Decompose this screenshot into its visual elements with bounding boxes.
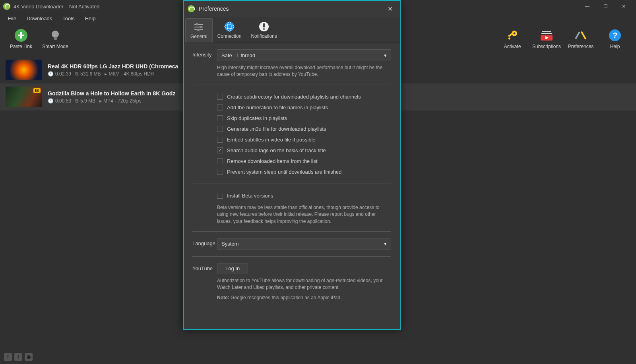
instagram-icon[interactable]: ◉ xyxy=(25,353,33,361)
preferences-label: Preferences xyxy=(568,44,594,49)
svg-point-20 xyxy=(200,26,202,28)
key-icon xyxy=(506,29,519,42)
check-embed-subtitles[interactable]: Embed subtitles in video file if possibl… xyxy=(217,134,391,145)
check-label: Create subdirectory for downloaded playl… xyxy=(227,94,361,100)
svg-point-18 xyxy=(196,23,198,25)
intensity-select[interactable]: Safe · 1 thread ▾ xyxy=(217,49,391,61)
globe-icon xyxy=(223,21,235,33)
menu-downloads[interactable]: Downloads xyxy=(23,14,56,23)
beta-hint: Beta versions may be less stable than of… xyxy=(217,204,391,225)
note-text: Google recognizes this application as an… xyxy=(231,295,342,300)
twitter-icon[interactable]: t xyxy=(14,353,22,361)
check-label: Install Beta versions xyxy=(227,193,273,199)
clock-icon: 🕒 0:00:53 xyxy=(48,98,71,104)
sliders-icon xyxy=(193,21,205,33)
svg-rect-4 xyxy=(54,37,57,40)
svg-text:?: ? xyxy=(613,31,617,40)
tab-notifications[interactable]: Notifications xyxy=(246,18,281,43)
prefs-body: Intensity Safe · 1 thread ▾ High intensi… xyxy=(184,43,400,329)
svg-rect-27 xyxy=(263,23,265,27)
tools-icon xyxy=(574,29,588,42)
close-button[interactable]: ✕ xyxy=(615,0,633,13)
check-skip-duplicates[interactable]: Skip duplicates in playlists xyxy=(217,113,391,124)
dialog-close-button[interactable]: ✕ xyxy=(384,4,396,14)
facebook-icon[interactable]: f xyxy=(4,353,12,361)
tab-label: Notifications xyxy=(251,33,277,39)
svg-point-22 xyxy=(197,29,200,31)
tab-label: Connection xyxy=(217,33,242,39)
svg-rect-14 xyxy=(581,31,586,39)
check-beta[interactable]: Install Beta versions xyxy=(217,190,391,201)
dialog-title: Preferences xyxy=(199,6,229,12)
preferences-button[interactable]: Preferences xyxy=(564,25,598,53)
smart-mode-button[interactable]: Smart Mode xyxy=(38,25,72,53)
help-label: Help xyxy=(610,44,620,49)
badge-8k: 8K xyxy=(33,88,41,93)
divider xyxy=(192,231,391,232)
chevron-down-icon: ▾ xyxy=(384,241,387,247)
activate-button[interactable]: Activate xyxy=(495,25,529,53)
svg-rect-2 xyxy=(18,35,24,36)
activate-label: Activate xyxy=(504,44,521,49)
app-icon xyxy=(3,3,10,10)
footer-social: f t ◉ xyxy=(4,353,33,361)
duration: 0:02:39 xyxy=(55,71,71,77)
tab-general[interactable]: General xyxy=(185,18,213,43)
checkbox-icon xyxy=(217,115,223,121)
alert-icon xyxy=(258,21,270,33)
minimize-button[interactable]: — xyxy=(578,0,596,13)
language-value: System xyxy=(221,241,238,247)
check-remove-items[interactable]: Remove downloaded items from the list xyxy=(217,156,391,167)
intensity-label: Intensity xyxy=(192,49,217,58)
menu-file[interactable]: File xyxy=(4,14,20,23)
size-icon: ⧉ 531.6 MB xyxy=(75,71,101,77)
checkbox-icon xyxy=(217,169,223,175)
svg-point-28 xyxy=(263,28,265,30)
plus-icon xyxy=(14,29,28,42)
check-label: Add the numeration to file names in play… xyxy=(227,105,328,110)
tab-connection[interactable]: Connection xyxy=(213,18,246,43)
bulb-icon xyxy=(48,29,62,42)
youtube-note: Note: Google recognizes this application… xyxy=(217,294,391,301)
menu-tools[interactable]: Tools xyxy=(58,14,78,23)
check-prevent-sleep[interactable]: Prevent system sleep until downloads are… xyxy=(217,167,391,177)
youtube-login-button[interactable]: Log In xyxy=(217,263,248,274)
menu-help[interactable]: Help xyxy=(81,14,100,23)
maximize-button[interactable]: ☐ xyxy=(596,0,615,13)
check-label: Prevent system sleep until downloads are… xyxy=(227,169,341,175)
language-label: Language xyxy=(192,238,217,246)
checkbox-icon xyxy=(217,94,223,100)
checkbox-icon xyxy=(217,105,223,110)
language-select[interactable]: System ▾ xyxy=(217,238,391,250)
subscriptions-button[interactable]: Subscriptions xyxy=(529,25,564,53)
help-icon: ? xyxy=(608,29,622,42)
container: MKV xyxy=(109,71,119,77)
youtube-label: YouTube xyxy=(192,263,217,271)
divider xyxy=(192,256,391,257)
checkbox-icon xyxy=(217,193,223,199)
check-label: Generate .m3u file for downloaded playli… xyxy=(227,126,326,132)
svg-rect-8 xyxy=(508,37,510,39)
svg-point-3 xyxy=(52,31,59,38)
smart-mode-label: Smart Mode xyxy=(42,44,68,49)
check-subdir[interactable]: Create subdirectory for downloaded playl… xyxy=(217,91,391,102)
help-button[interactable]: ? Help xyxy=(598,25,632,53)
check-audio-tags[interactable]: Search audio tags on the basis of track … xyxy=(217,145,391,156)
duration: 0:00:53 xyxy=(55,98,71,104)
checkbox-icon xyxy=(217,126,223,132)
quality: 720p 25fps xyxy=(118,98,141,104)
subscriptions-icon xyxy=(540,29,553,42)
paste-link-label: Paste Link xyxy=(10,44,32,49)
svg-rect-10 xyxy=(541,33,552,34)
svg-rect-9 xyxy=(542,31,551,32)
check-label: Search audio tags on the basis of track … xyxy=(227,147,326,153)
paste-link-button[interactable]: Paste Link xyxy=(4,25,38,53)
app-icon xyxy=(188,5,195,12)
svg-rect-13 xyxy=(575,31,580,39)
check-m3u[interactable]: Generate .m3u file for downloaded playli… xyxy=(217,124,391,134)
quality: 4K 60fps HDR xyxy=(124,71,154,77)
prefs-tabs: General Connection Notifications xyxy=(184,17,400,43)
checkbox-icon xyxy=(217,158,223,164)
play-icon: ▸ MKV · 4K 60fps HDR xyxy=(105,71,154,77)
check-numeration[interactable]: Add the numeration to file names in play… xyxy=(217,102,391,113)
